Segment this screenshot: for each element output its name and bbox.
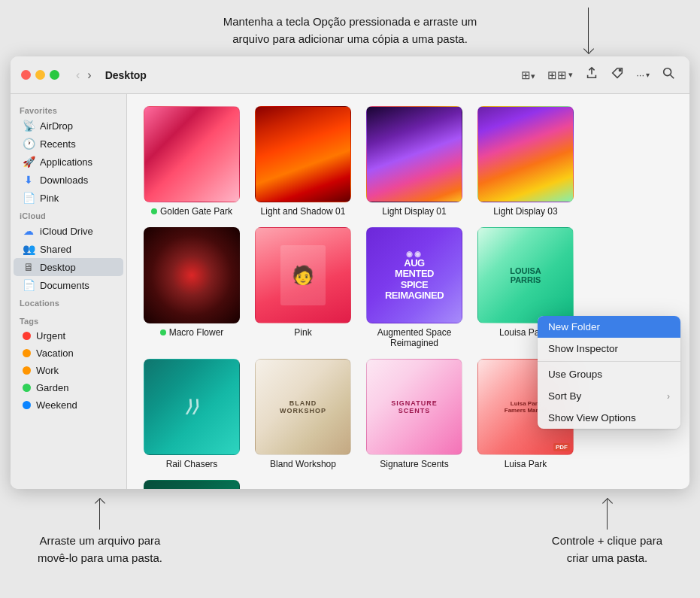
file-name: Macro Flower: [169, 327, 224, 338]
file-item-pink[interactable]: 🧑 Pink: [247, 227, 359, 348]
sidebar-item-shared[interactable]: 👥 Shared: [14, 240, 123, 258]
file-item-marketing[interactable]: MarketingPlanFall 2019 PDF Marketing Pla…: [136, 480, 247, 489]
search-button[interactable]: [658, 64, 679, 86]
sidebar-item-label: Downloads: [40, 175, 88, 186]
annotation-right: Controle + clique para criar uma pasta.: [552, 499, 662, 566]
sidebar-item-desktop[interactable]: 🖥 Desktop: [14, 258, 123, 276]
group-view-button[interactable]: ⊞⊞▾: [544, 66, 577, 84]
file-item-light-display-03[interactable]: Light Display 03: [470, 106, 581, 217]
finder-window: ‹ › Desktop ⊞▾ ⊞⊞▾: [11, 56, 689, 489]
urgent-dot: [23, 332, 31, 340]
file-thumbnail: [255, 106, 351, 202]
aug-overlay-text: ◉◉ AUGMENTEDSPICEREIMAGINED: [385, 250, 444, 301]
sidebar-item-airdrop[interactable]: 📡 AirDrop: [14, 117, 123, 135]
tag-label: Weekend: [36, 399, 77, 411]
sidebar-item-icloud-drive[interactable]: ☁ iCloud Drive: [14, 222, 123, 240]
submenu-arrow: ›: [667, 391, 670, 402]
context-menu-item-use-groups[interactable]: Use Groups: [538, 363, 680, 385]
sidebar-item-applications[interactable]: 🚀 Applications: [14, 153, 123, 171]
tag-button[interactable]: [607, 64, 628, 86]
minimize-button[interactable]: [35, 70, 45, 80]
tag-label: Vacation: [36, 348, 74, 359]
file-thumbnail: [366, 106, 462, 202]
svg-point-1: [664, 68, 671, 76]
file-item-rail-chasers[interactable]: ⟩⟩ Rail Chasers: [136, 359, 247, 469]
toolbar-right: ⊞▾ ⊞⊞▾ ···▾: [517, 64, 679, 86]
maximize-button[interactable]: [50, 70, 59, 80]
weekend-dot: [23, 401, 31, 409]
icloud-drive-icon: ☁: [23, 225, 35, 237]
arrow-left: [99, 499, 100, 530]
context-menu: New Folder Show Inspector Use Groups Sor…: [538, 316, 680, 429]
sidebar-item-recents[interactable]: 🕐 Recents: [14, 135, 123, 153]
sidebar-tag-urgent[interactable]: Urgent: [14, 327, 123, 345]
annotations-bottom: Arraste um arquivo para movê-lo para uma…: [0, 489, 700, 574]
window-body: Favorites 📡 AirDrop 🕐 Recents 🚀 Applicat…: [11, 94, 689, 489]
forward-button[interactable]: ›: [84, 67, 94, 83]
file-name: Luisa Park: [505, 459, 547, 469]
close-button[interactable]: [21, 70, 31, 80]
share-button[interactable]: [581, 64, 602, 86]
file-thumbnail: [144, 106, 240, 202]
file-item-light-display-01[interactable]: Light Display 01: [359, 106, 470, 217]
context-menu-item-sort-by[interactable]: Sort By ›: [538, 385, 680, 407]
file-item-augmented[interactable]: ◉◉ AUGMENTEDSPICEREIMAGINED Augmented Sp…: [359, 227, 470, 348]
tags-label: Tags: [11, 312, 126, 327]
file-thumbnail: SIGNATURESCENTS: [366, 359, 462, 455]
context-menu-item-new-folder[interactable]: New Folder: [538, 316, 680, 338]
file-item-macro-flower[interactable]: Macro Flower: [136, 227, 247, 348]
downloads-icon: ⬇: [23, 174, 35, 186]
back-button[interactable]: ‹: [73, 67, 83, 83]
sidebar-item-pink[interactable]: 📄 Pink: [14, 189, 123, 207]
svg-line-2: [671, 75, 674, 79]
context-separator: [538, 361, 680, 362]
file-item-signature[interactable]: SIGNATURESCENTS Signature Scents: [359, 359, 470, 469]
file-name: Rail Chasers: [166, 459, 218, 469]
file-item-light-shadow[interactable]: Light and Shadow 01: [247, 106, 359, 217]
pink-doc-icon: 📄: [23, 192, 35, 204]
pdf-badge: PDF: [553, 443, 570, 451]
file-thumbnail: [144, 227, 240, 323]
sidebar-tag-weekend[interactable]: Weekend: [14, 396, 123, 414]
file-item-golden-gate[interactable]: Golden Gate Park: [136, 106, 247, 217]
file-name: Signature Scents: [380, 459, 448, 469]
sidebar-tag-work[interactable]: Work: [14, 362, 123, 379]
file-grid: Golden Gate Park Light and Shadow 01 Lig…: [127, 94, 689, 489]
vacation-dot: [23, 349, 31, 357]
file-name: Golden Gate Park: [160, 206, 232, 217]
favorites-label: Favorites: [11, 102, 126, 117]
tag-label: Garden: [36, 382, 68, 393]
file-name: Light and Shadow 01: [261, 206, 346, 217]
sidebar: Favorites 📡 AirDrop 🕐 Recents 🚀 Applicat…: [11, 94, 127, 489]
tag-label: Urgent: [36, 330, 65, 341]
file-name: Bland Workshop: [270, 459, 336, 469]
sidebar-item-label: Pink: [40, 193, 59, 204]
more-button[interactable]: ···▾: [632, 67, 653, 83]
shared-icon: 👥: [23, 243, 35, 255]
sidebar-item-downloads[interactable]: ⬇ Downloads: [14, 171, 123, 189]
nav-buttons: ‹ ›: [73, 67, 95, 83]
airdrop-icon: 📡: [23, 120, 35, 132]
context-menu-item-show-view-options[interactable]: Show View Options: [538, 407, 680, 429]
file-thumbnail: ⟩⟩: [144, 359, 240, 455]
file-name: Light Display 03: [493, 206, 557, 217]
file-item-bland[interactable]: BLANDWORKSHOP Bland Workshop: [247, 359, 359, 469]
garden-dot: [23, 384, 31, 392]
desktop-icon: 🖥: [23, 261, 35, 273]
tag-label: Work: [36, 365, 59, 376]
file-name: Pink: [294, 327, 311, 338]
sidebar-tag-garden[interactable]: Garden: [14, 379, 123, 396]
file-thumbnail: MarketingPlanFall 2019 PDF: [144, 480, 240, 489]
sidebar-item-documents[interactable]: 📄 Documents: [14, 276, 123, 294]
file-name: Augmented Space Reimagined: [365, 327, 463, 348]
sidebar-item-label: Recents: [40, 138, 76, 150]
context-menu-item-show-inspector[interactable]: Show Inspector: [538, 338, 680, 360]
traffic-lights: [21, 70, 59, 80]
sidebar-item-label: Applications: [40, 156, 92, 168]
file-thumbnail: LOUISAPARRIS: [477, 227, 574, 323]
annotation-arrow-top: [588, 8, 589, 53]
locations-label: Locations: [11, 294, 126, 309]
view-toggle-button[interactable]: ⊞▾: [517, 65, 539, 85]
svg-point-0: [620, 69, 621, 71]
sidebar-tag-vacation[interactable]: Vacation: [14, 345, 123, 362]
